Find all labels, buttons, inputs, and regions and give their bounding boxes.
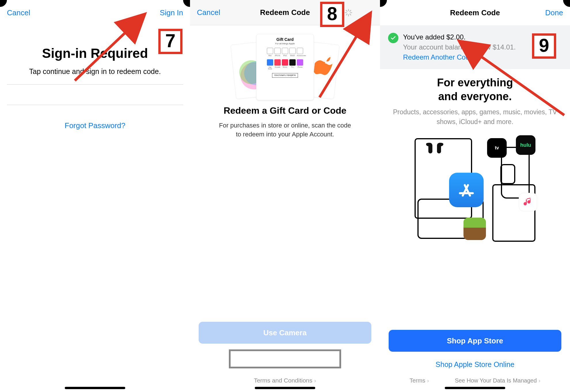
minecraft-icon (463, 218, 486, 240)
forgot-password-link[interactable]: Forgot Password? (7, 121, 183, 130)
redeem-code-input[interactable] (229, 349, 341, 368)
signin-button[interactable]: Sign In (154, 8, 183, 17)
use-camera-button[interactable]: Use Camera (199, 322, 371, 344)
home-indicator (445, 387, 505, 389)
step-badge-7: 7 (158, 29, 183, 54)
chevron-right-icon: › (314, 377, 316, 384)
music-icon (519, 193, 537, 211)
divider (7, 105, 183, 105)
screen-signin-required: Cancel Sign In Sign-in Required Tap cont… (0, 0, 190, 392)
screen-redeem-success: Redeem Code Done You've added $2.00. You… (380, 0, 570, 392)
step-badge-9: 9 (532, 33, 556, 59)
step-badge-8: 8 (320, 2, 344, 27)
airpods-icon (426, 141, 443, 154)
navbar: Redeem Code Done (380, 0, 570, 25)
data-managed-link[interactable]: See How Your Data Is Managed› (455, 377, 540, 384)
cancel-button[interactable]: Cancel (197, 8, 226, 17)
checkmark-icon (388, 33, 398, 43)
chevron-right-icon: › (427, 377, 429, 384)
appstore-icon (449, 173, 484, 207)
terms-link[interactable]: Terms› (410, 377, 429, 384)
shop-app-store-button[interactable]: Shop App Store (389, 330, 561, 352)
giftcard-sub: For all things Apple (275, 42, 295, 45)
appletv-icon: tv (487, 138, 507, 158)
shop-apple-store-online-link[interactable]: Shop Apple Store Online (436, 360, 514, 369)
svg-line-0 (75, 14, 145, 81)
hero-illustration: tv hulu (415, 135, 535, 239)
redeem-description: For purchases in store or online, scan t… (219, 121, 351, 139)
terms-and-conditions-link[interactable]: Terms and Conditions › (254, 377, 316, 384)
giftcard-sample-code: YDVZVXWYLYDXQRTK (272, 73, 298, 78)
screen-redeem-code: Cancel Redeem Code Gift Card For (190, 0, 380, 392)
watch-icon (500, 164, 515, 184)
redeem-heading: Redeem a Gift Card or Code (224, 105, 347, 116)
done-button[interactable]: Done (534, 8, 563, 17)
home-indicator (255, 387, 315, 389)
hulu-icon: hulu (516, 135, 535, 155)
annotation-arrow (75, 9, 150, 83)
giftcard-title: Gift Card (276, 37, 294, 42)
chevron-right-icon: › (539, 377, 541, 384)
page-title: Redeem Code (260, 8, 310, 17)
divider (7, 84, 183, 85)
page-title: Redeem Code (450, 8, 500, 17)
cancel-button[interactable]: Cancel (7, 8, 36, 17)
home-indicator (65, 387, 125, 389)
